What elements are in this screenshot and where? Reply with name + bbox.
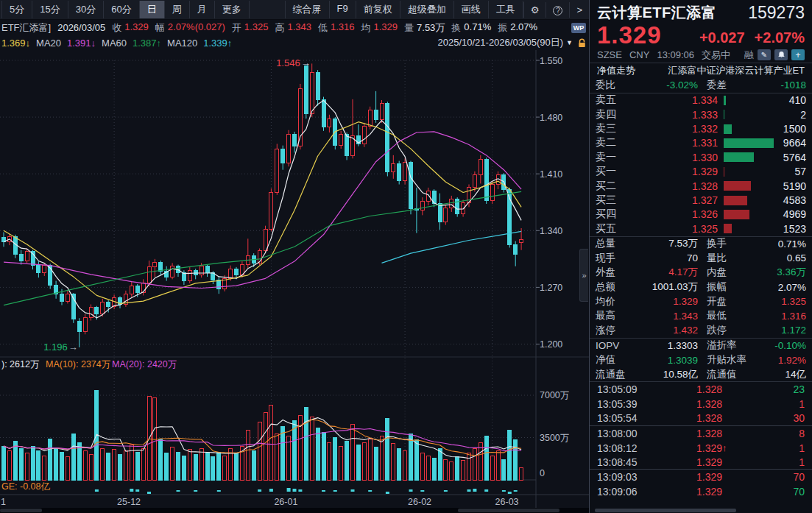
nav-row[interactable]: 净值走势 汇添富中证沪港深云计算产业ET [590,63,812,78]
wp-badge-icon[interactable]: WP [571,23,586,33]
ma-legend-bar: 1.369↓MA201.391↓MA601.387↑MA1201.339↑ 20… [0,35,589,50]
tool-button-超级叠加[interactable]: 超级叠加 [400,1,454,18]
ask-volume-bar [724,138,774,148]
alert-bell-icon[interactable] [774,49,788,60]
tick-volume: 1 [733,398,805,410]
edit-pencil-icon[interactable]: ✎ [758,49,771,60]
bid-volume: 4583 [765,194,806,206]
margin-tag: 融 [744,49,754,62]
tool-button-综合屏[interactable]: 综合屏 [285,1,330,18]
tick-row[interactable]: 13:09:061.32970 [590,484,812,499]
book-bar-track [724,152,765,162]
tool-button-前复权[interactable]: 前复权 [356,1,400,18]
tick-row[interactable]: 13:05:091.32823 [590,382,812,397]
tick-row[interactable]: 13:08:121.329↑1 [590,441,812,456]
lock-icon[interactable] [578,38,586,48]
range-dropdown-icon[interactable]: ▼ [566,39,573,46]
stat-value: 1.92% [758,355,806,366]
tick-list[interactable]: 13:05:091.3282313:05:391.328113:05:541.3… [590,382,812,498]
ask-row[interactable]: 卖一1.3305764 [590,150,812,164]
bid-row[interactable]: 买四1.3264969 [590,208,812,222]
scrollbar-thumb[interactable] [595,509,736,512]
scrollbar-segment[interactable] [458,509,559,512]
axis-label: 26-02 [408,497,431,507]
ask-volume-bar [724,152,754,162]
tool-button-工具[interactable]: 工具 [489,1,523,18]
chart-canvas[interactable]: 1.5501.4801.4101.3401.2701.2007000万3500万… [0,50,589,508]
bid-volume-bar [724,196,747,205]
scrollbar-segment[interactable] [0,509,42,512]
axis-label: 1.410 [540,169,562,180]
bid-row[interactable]: 买三1.3274583 [590,193,812,207]
tick-row[interactable]: 13:09:031.32970 [590,470,812,484]
period-tab-更多[interactable]: 更多 [215,1,250,18]
period-toolbar: 5分15分30分60分日周月更多 综合屏F9前复权超级叠加画线工具 ⚙ ? > [0,0,589,20]
bid-row[interactable]: 买一1.32957 [590,165,812,179]
candlestick-chart-area[interactable]: 1.5501.4801.4101.3401.2701.2007000万3500万… [0,50,589,508]
ask-volume: 410 [765,94,806,106]
period-tab-60分[interactable]: 60分 [104,1,139,18]
ask-volume-bar [724,124,732,134]
high-arrow-icon: → [301,57,311,68]
last-price: 1.329 [597,24,662,47]
horizontal-scrollbar[interactable] [0,508,589,513]
help-icon[interactable]: ? [546,2,569,18]
period-tab-5分[interactable]: 5分 [1,1,32,18]
bid-price: 1.328 [629,180,718,192]
bid-label: 买四 [596,208,629,221]
tick-row[interactable]: 13:05:541.32830 [590,411,812,426]
book-bar-track [724,138,765,148]
nav-label: 净值走势 [597,64,635,77]
high-price-label: 1.546 [276,57,300,68]
stat-value: 0.65 [758,252,806,263]
range-selector[interactable]: 2025/10/21-2026/03/05(90日) ▼ [438,36,587,49]
stat-value: 1001.03万 [634,280,698,294]
ask-row[interactable]: 卖二1.3319664 [590,136,812,150]
ohlc-values: 收1.329幅2.07%(0.027)开1.325高1.343低1.316均1.… [112,21,537,35]
change-value: +0.027 [699,28,745,47]
stat-value: 1.343 [634,311,698,322]
stat-label: 跌停 [707,324,758,337]
panel-collapse-handle[interactable]: » [579,249,588,302]
tick-volume: 70 [733,486,805,498]
ask-volume: 1500 [765,123,806,135]
ask-row[interactable]: 卖三1.3321500 [590,121,812,135]
add-plus-icon[interactable]: + [791,49,805,60]
exchange-label: SZSE [597,49,622,60]
ask-volume-bar [724,96,726,105]
ma-value: 1.387↑ [133,38,161,49]
tick-row[interactable]: 13:05:391.3281 [590,397,812,411]
period-tab-15分[interactable]: 15分 [32,1,68,18]
ma-value: 1.369↓ [1,38,30,49]
stat-value: 1.316 [758,311,806,322]
expand-chevron-icon[interactable]: > [569,2,589,18]
tick-row[interactable]: 13:08:001.3288 [590,426,812,441]
period-tab-周[interactable]: 周 [165,1,190,18]
bid-price: 1.329 [629,166,718,177]
bid-row[interactable]: 买五1.3251523 [590,222,812,236]
tick-row[interactable]: 13:08:451.3291 [590,455,812,470]
tick-price: 1.328 [650,383,722,395]
bid-price: 1.327 [629,194,718,206]
axis-label: 1.550 [540,56,562,66]
ask-price: 1.334 [629,94,718,106]
tool-button-F9[interactable]: F9 [330,1,356,18]
ask-price: 1.330 [629,152,718,163]
bid-row[interactable]: 买二1.3285190 [590,179,812,193]
period-tab-月[interactable]: 月 [190,1,215,18]
period-tab-日[interactable]: 日 [140,1,165,18]
book-bar-track [724,224,765,233]
book-bar-track [724,181,765,191]
axis-label: 26-01 [274,497,297,507]
period-tab-30分[interactable]: 30分 [68,1,104,18]
date-range-label: 2025/10/21-2026/03/05(90日) [438,36,564,49]
settings-gear-icon[interactable]: ⚙ [523,2,546,18]
price-row: 1.329 +0.027 +2.07% [590,22,812,47]
field-value: 0.71% [464,21,491,35]
stat-value: 1.325 [758,296,806,307]
tool-button-画线[interactable]: 画线 [454,1,489,18]
tick-price: 1.329 [650,486,722,498]
ask-row[interactable]: 卖五1.334410 [590,93,812,107]
stat-row: 净值1.3039升贴水率1.92% [590,353,812,367]
ask-row[interactable]: 卖四1.3332 [590,107,812,121]
